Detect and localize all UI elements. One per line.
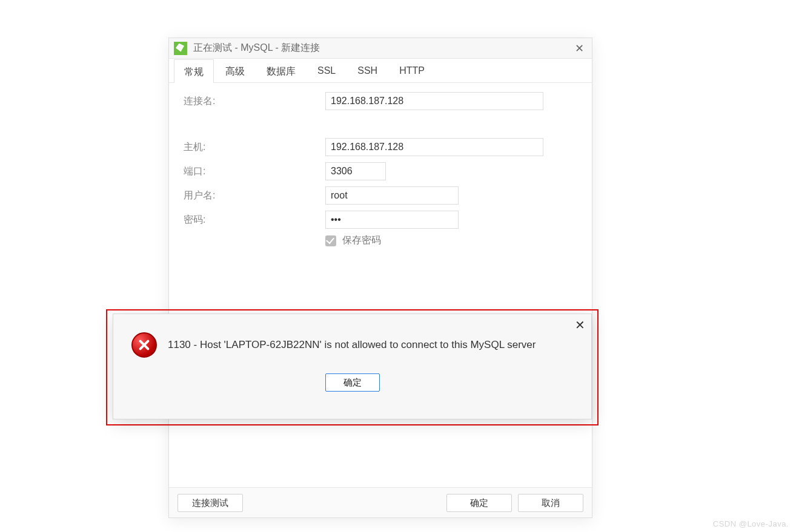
window-title: 正在测试 - MySQL - 新建连接: [193, 42, 571, 54]
save-password-label: 保存密码: [342, 234, 381, 247]
watermark: CSDN @Love-Java.: [713, 519, 789, 528]
error-dialog: ✕ 1130 - Host 'LAPTOP-62JB22NN' is not a…: [113, 314, 592, 419]
user-field[interactable]: [325, 186, 459, 205]
tab-ssh[interactable]: SSH: [347, 59, 388, 82]
port-field[interactable]: [325, 162, 386, 180]
port-label: 端口:: [184, 165, 325, 178]
error-message: 1130 - Host 'LAPTOP-62JB22NN' is not all…: [168, 339, 536, 351]
connection-name-label: 连接名:: [184, 95, 325, 108]
test-connection-button[interactable]: 连接测试: [177, 494, 243, 512]
save-password-checkbox[interactable]: [325, 235, 336, 246]
close-icon[interactable]: ✕: [575, 318, 585, 332]
tab-label: 常规: [184, 67, 204, 77]
tab-label: 高级: [225, 66, 245, 76]
tab-label: SSL: [317, 65, 336, 76]
host-field[interactable]: [325, 138, 543, 156]
form-panel: 连接名: 主机: 端口: 用户名: 密码: 保存密码: [169, 83, 592, 247]
error-highlight-box: ✕ 1130 - Host 'LAPTOP-62JB22NN' is not a…: [106, 309, 599, 425]
tab-advanced[interactable]: 高级: [215, 59, 255, 82]
tab-general[interactable]: 常规: [174, 59, 214, 83]
app-icon: [174, 42, 187, 55]
connection-dialog: 正在测试 - MySQL - 新建连接 ✕ 常规 高级 数据库 SSL SSH …: [168, 38, 592, 518]
tab-ssl[interactable]: SSL: [307, 59, 346, 82]
save-password-row[interactable]: 保存密码: [325, 234, 577, 247]
error-ok-button[interactable]: 确定: [325, 373, 380, 392]
error-body: 1130 - Host 'LAPTOP-62JB22NN' is not all…: [113, 314, 591, 358]
tab-database[interactable]: 数据库: [256, 59, 306, 82]
connection-name-field[interactable]: [325, 92, 543, 110]
ok-button[interactable]: 确定: [446, 494, 512, 512]
close-icon[interactable]: ✕: [571, 42, 587, 55]
cancel-button[interactable]: 取消: [518, 494, 583, 512]
password-label: 密码:: [184, 214, 325, 226]
error-icon: [131, 332, 157, 358]
titlebar: 正在测试 - MySQL - 新建连接 ✕: [169, 38, 592, 59]
host-label: 主机:: [184, 141, 325, 154]
tab-label: HTTP: [399, 65, 425, 76]
tab-http[interactable]: HTTP: [389, 59, 435, 82]
tab-label: SSH: [357, 65, 377, 76]
password-field[interactable]: [325, 211, 459, 229]
user-label: 用户名:: [184, 189, 325, 202]
tab-label: 数据库: [267, 66, 296, 76]
tab-bar: 常规 高级 数据库 SSL SSH HTTP: [169, 59, 592, 83]
error-footer: 确定: [113, 373, 591, 392]
dialog-footer: 连接测试 确定 取消: [169, 487, 592, 517]
